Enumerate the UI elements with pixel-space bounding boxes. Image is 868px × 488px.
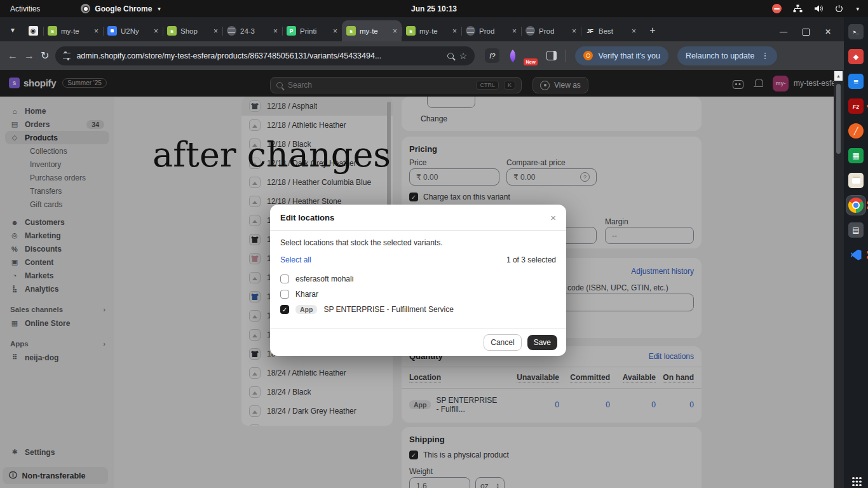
app-menu[interactable]: Google Chrome ▾	[81, 4, 161, 13]
browser-tab[interactable]: Prod ×	[461, 20, 521, 41]
dock-item[interactable]	[846, 171, 865, 190]
tab-close-icon[interactable]: ×	[512, 27, 517, 36]
cancel-button[interactable]: Cancel	[484, 334, 521, 351]
window-controls: — ✕	[780, 27, 844, 41]
tabs: my-te × U2Ny × Shop × 24-3	[43, 20, 641, 41]
tab-close-icon[interactable]: ×	[94, 27, 98, 36]
restore-button[interactable]	[803, 29, 810, 36]
dock-item[interactable]	[846, 121, 865, 140]
forward-button[interactable]: →	[24, 50, 34, 62]
location-option[interactable]: esferasoft mohali	[280, 271, 556, 287]
tab-close-icon[interactable]: ×	[273, 27, 278, 36]
close-window-button[interactable]: ✕	[825, 27, 831, 36]
chevron-down-icon: ▾	[158, 6, 161, 12]
dock-item[interactable]	[846, 245, 865, 264]
select-all-link[interactable]: Select all	[280, 255, 311, 264]
new-tab-button[interactable]: +	[644, 22, 661, 39]
toolbar-divider	[566, 50, 566, 62]
tab-favicon	[406, 26, 416, 36]
browser-tab[interactable]: U2Ny ×	[103, 20, 163, 41]
app-menu-label: Google Chrome	[95, 4, 152, 13]
browser-tab[interactable]: my-te ×	[342, 20, 402, 41]
scroll-up-arrow-icon[interactable]: ▲	[834, 71, 843, 81]
activities-button[interactable]: Activities	[10, 4, 40, 13]
modal-header: Edit locations ×	[270, 205, 566, 231]
dock-item[interactable]	[846, 72, 865, 91]
dock-app-icon	[848, 173, 864, 188]
clock[interactable]: Jun 25 10:13	[411, 4, 457, 13]
dock-item[interactable]	[846, 22, 865, 41]
tab-label: Printi	[300, 27, 329, 35]
dock-app-icon	[848, 222, 864, 238]
verify-label: Verify that it's you	[598, 51, 660, 60]
minimize-button[interactable]: —	[780, 27, 787, 36]
back-button[interactable]: ←	[8, 50, 18, 62]
dock-items	[846, 22, 865, 264]
browser-tab[interactable]: Printi ×	[282, 20, 342, 41]
dock-item[interactable]	[846, 47, 865, 66]
zoom-page-icon[interactable]	[447, 53, 454, 59]
address-bar[interactable]: admin.shopify.com/store/my-test-esfera/p…	[55, 46, 475, 65]
network-icon[interactable]	[793, 4, 803, 13]
dock-item[interactable]	[846, 196, 865, 215]
do-not-disturb-icon[interactable]	[772, 4, 782, 13]
tab-close-icon[interactable]: ×	[632, 27, 636, 36]
browser-tab[interactable]: Prod ×	[521, 20, 581, 41]
site-info-icon[interactable]	[63, 53, 71, 58]
verify-button[interactable]: Verify that it's you	[575, 46, 668, 65]
location-checkbox[interactable]	[280, 274, 289, 283]
location-name: Kharar	[295, 290, 318, 299]
url-text[interactable]: admin.shopify.com/store/my-test-esfera/p…	[76, 51, 441, 60]
dock-item[interactable]	[846, 97, 865, 116]
browser-tab[interactable]: Shop ×	[163, 20, 222, 41]
tab-close-icon[interactable]: ×	[333, 27, 337, 36]
system-tray: ▾	[772, 4, 868, 13]
volume-icon[interactable]	[814, 4, 824, 13]
dock-app-icon	[848, 148, 864, 163]
reload-button[interactable]: ↻	[41, 50, 49, 62]
location-checkbox[interactable]	[280, 290, 289, 299]
tab-close-icon[interactable]: ×	[214, 27, 218, 36]
tab-search-button[interactable]: ▼	[5, 22, 20, 37]
browser-tab[interactable]: 24-3 ×	[222, 20, 282, 41]
tab-close-icon[interactable]: ×	[393, 27, 397, 36]
page-scrollbar[interactable]: ▲	[834, 70, 844, 488]
gradient-extension[interactable]: New	[526, 50, 538, 62]
dock-item[interactable]	[846, 220, 865, 240]
browser-tab[interactable]: Best ×	[581, 20, 641, 41]
location-name: SP ENTERPRISE - Fulfillment Service	[323, 305, 454, 314]
edit-locations-modal: Edit locations × Select locations that s…	[270, 205, 566, 356]
tab-favicon	[287, 26, 296, 36]
kebab-menu-icon[interactable]: ⋮	[761, 51, 769, 60]
pinned-site-icon	[29, 26, 38, 36]
location-option[interactable]: App SP ENTERPRISE - Fulfillment Service	[280, 302, 556, 317]
side-panel-icon[interactable]	[546, 51, 557, 60]
tab-close-icon[interactable]: ×	[154, 27, 158, 36]
scrollbar-thumb[interactable]	[836, 84, 841, 154]
relaunch-label: Relaunch to update	[686, 51, 754, 60]
feather-extension-icon[interactable]	[507, 50, 520, 62]
close-icon[interactable]: ×	[550, 212, 556, 223]
tab-close-icon[interactable]: ×	[572, 27, 576, 36]
dock-app-icon	[848, 49, 864, 64]
dock-app-icon	[848, 74, 864, 89]
dock-app-icon	[848, 98, 864, 114]
relaunch-button[interactable]: Relaunch to update ⋮	[677, 46, 777, 65]
alert-dot-icon	[583, 51, 593, 60]
power-icon[interactable]	[835, 4, 843, 13]
screen: Activities Google Chrome ▾ Jun 25 10:13 …	[0, 0, 868, 488]
pinned-tab[interactable]	[23, 20, 43, 41]
save-button[interactable]: Save	[527, 335, 557, 350]
tab-label: U2Ny	[121, 27, 150, 35]
show-applications-icon[interactable]	[852, 477, 855, 480]
location-option[interactable]: Kharar	[280, 287, 556, 302]
browser-toolbar: ← → ↻ admin.shopify.com/store/my-test-es…	[0, 41, 844, 70]
tray-chevron-icon[interactable]: ▾	[856, 6, 859, 12]
bookmark-star-icon[interactable]: ☆	[459, 51, 468, 61]
tab-close-icon[interactable]: ×	[452, 27, 457, 36]
browser-tab[interactable]: my-te ×	[402, 20, 461, 41]
dock-item[interactable]	[846, 146, 865, 165]
font-extension-icon[interactable]: f?	[485, 48, 499, 63]
location-checkbox[interactable]	[280, 305, 289, 314]
browser-tab[interactable]: my-te ×	[43, 20, 103, 41]
